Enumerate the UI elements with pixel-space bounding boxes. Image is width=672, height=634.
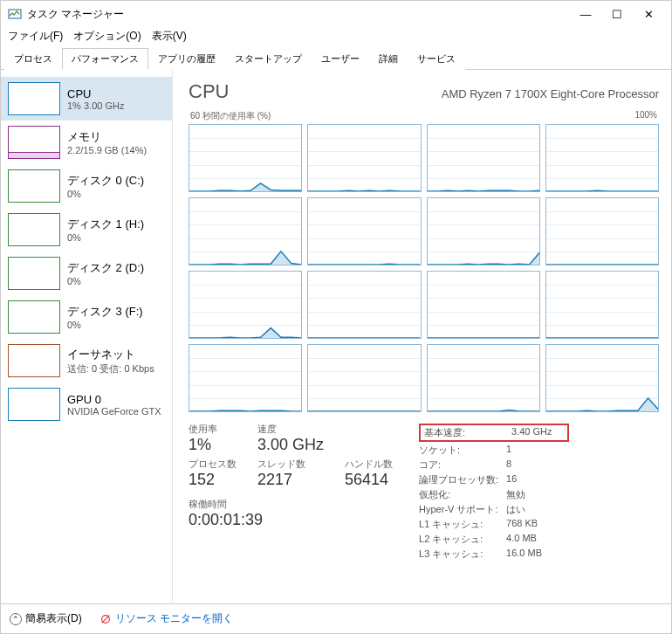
sidebar-item-name: GPU 0 xyxy=(67,393,161,406)
stat-key: 論理プロセッサ数: xyxy=(419,473,506,486)
main-panel: CPU AMD Ryzen 7 1700X Eight-Core Process… xyxy=(173,70,671,603)
menu-options[interactable]: オプション(O) xyxy=(73,29,141,44)
right-stats: 基本速度:3.40 GHzソケット:1コア:8論理プロセッサ数:16仮想化:無効… xyxy=(419,423,569,562)
thumb-disk xyxy=(8,300,60,334)
sidebar-item-eth-6[interactable]: イーサネット送信: 0 受信: 0 Kbps xyxy=(1,339,172,382)
cpu-cell-4 xyxy=(189,197,302,265)
app-icon xyxy=(8,7,22,21)
thumb-disk xyxy=(8,169,60,203)
stat-key: 仮想化: xyxy=(419,488,506,501)
stat-row-2: コア:8 xyxy=(419,458,569,472)
speed-label: 速度 xyxy=(257,423,324,436)
tab-4[interactable]: ユーザー xyxy=(312,48,369,70)
maximize-button[interactable]: ☐ xyxy=(601,3,633,25)
stat-row-1: ソケット:1 xyxy=(419,443,569,458)
titlebar: タスク マネージャー — ☐ ✕ xyxy=(1,1,671,27)
resource-monitor-label: リソース モニターを開く xyxy=(115,611,233,626)
menubar: ファイル(F) オプション(O) 表示(V) xyxy=(1,27,671,47)
cpu-cell-3 xyxy=(545,124,659,192)
stat-key: ソケット: xyxy=(419,444,506,457)
tab-6[interactable]: サービス xyxy=(408,48,465,70)
stat-value: 16.0 MB xyxy=(506,548,559,561)
main-title: CPU xyxy=(189,80,229,103)
sidebar-item-name: ディスク 0 (C:) xyxy=(67,173,144,189)
stat-value: 768 KB xyxy=(506,518,559,531)
stat-key: L2 キャッシュ: xyxy=(419,533,506,546)
tab-3[interactable]: スタートアップ xyxy=(225,48,312,70)
thumb-gpu xyxy=(8,388,60,421)
svg-marker-5 xyxy=(189,252,301,265)
sidebar-item-sub: 0% xyxy=(67,320,143,330)
cpu-cell-14 xyxy=(427,344,540,412)
chevron-up-icon: ⌃ xyxy=(10,613,22,625)
stat-value: 1 xyxy=(506,444,559,457)
highlight-box: 基本速度:3.40 GHz xyxy=(419,424,569,442)
fewer-details-label: 簡易表示(D) xyxy=(25,611,82,626)
sidebar-item-name: ディスク 3 (F:) xyxy=(67,304,143,320)
content: CPU1% 3.00 GHzメモリ2.2/15.9 GB (14%)ディスク 0… xyxy=(1,70,671,603)
stat-value: 無効 xyxy=(506,488,559,501)
sidebar-item-sub: 2.2/15.9 GB (14%) xyxy=(67,145,147,155)
uptime-block: 稼働時間 0:00:01:39 xyxy=(189,498,393,529)
footer: ⌃ 簡易表示(D) リソース モニターを開く xyxy=(1,603,671,633)
sidebar: CPU1% 3.00 GHzメモリ2.2/15.9 GB (14%)ディスク 0… xyxy=(1,70,173,603)
speed-value: 3.00 GHz xyxy=(257,436,324,454)
sidebar-item-mem-1[interactable]: メモリ2.2/15.9 GB (14%) xyxy=(1,121,172,164)
cpu-cell-8 xyxy=(189,271,302,339)
stats-area: 使用率1% 速度3.00 GHz プロセス数152 スレッド数2217 ハンドル… xyxy=(189,423,659,562)
thumb-mem xyxy=(8,126,60,159)
cpu-cell-10 xyxy=(427,271,540,339)
stat-value: 16 xyxy=(506,473,559,486)
sidebar-item-name: ディスク 1 (H:) xyxy=(67,217,144,232)
tab-1[interactable]: パフォーマンス xyxy=(62,48,148,70)
tab-5[interactable]: 詳細 xyxy=(369,48,408,70)
uptime-label: 稼働時間 xyxy=(189,498,393,511)
left-stats-block: 使用率1% 速度3.00 GHz プロセス数152 スレッド数2217 ハンドル… xyxy=(189,423,393,562)
sidebar-item-gpu-7[interactable]: GPU 0NVIDIA GeForce GTX xyxy=(1,382,172,426)
sidebar-item-disk-3[interactable]: ディスク 1 (H:)0% xyxy=(1,208,172,252)
window-controls: — ☐ ✕ xyxy=(570,3,664,25)
tab-2[interactable]: アプリの履歴 xyxy=(148,48,225,70)
menu-file[interactable]: ファイル(F) xyxy=(8,29,63,44)
procs-value: 152 xyxy=(189,471,237,489)
tab-0[interactable]: プロセス xyxy=(4,48,62,70)
resource-monitor-icon xyxy=(99,613,112,625)
handles-label: ハンドル数 xyxy=(345,458,393,471)
sidebar-item-sub: 0% xyxy=(67,232,144,243)
tabbar: プロセスパフォーマンスアプリの履歴スタートアップユーザー詳細サービス xyxy=(1,47,671,70)
minimize-button[interactable]: — xyxy=(570,3,601,25)
left-stats: 使用率1% 速度3.00 GHz プロセス数152 スレッド数2217 ハンドル… xyxy=(189,423,393,489)
sidebar-item-name: ディスク 2 (D:) xyxy=(67,260,144,276)
sidebar-item-disk-4[interactable]: ディスク 2 (D:)0% xyxy=(1,252,172,295)
stat-row-6: L1 キャッシュ:768 KB xyxy=(419,517,569,532)
stat-key: コア: xyxy=(419,458,506,472)
fewer-details-button[interactable]: ⌃ 簡易表示(D) xyxy=(10,611,82,626)
resource-monitor-link[interactable]: リソース モニターを開く xyxy=(99,611,233,626)
thumb-disk xyxy=(8,213,60,246)
cpu-cell-2 xyxy=(427,124,540,192)
sidebar-item-disk-5[interactable]: ディスク 3 (F:)0% xyxy=(1,295,172,339)
cpu-cell-13 xyxy=(307,344,421,412)
cpu-grid[interactable] xyxy=(189,124,659,412)
chart-axis-labels: 60 秒間の使用率 (%) 100% xyxy=(189,110,659,124)
stat-row-4: 仮想化:無効 xyxy=(419,487,569,502)
sidebar-item-sub: 1% 3.00 GHz xyxy=(67,100,124,111)
stat-row-7: L2 キャッシュ:4.0 MB xyxy=(419,532,569,547)
sidebar-item-cpu-0[interactable]: CPU1% 3.00 GHz xyxy=(1,77,172,121)
thumb-disk xyxy=(8,257,60,290)
thumb-cpu xyxy=(8,82,60,115)
sidebar-item-sub: NVIDIA GeForce GTX xyxy=(67,406,161,417)
cpu-cell-1 xyxy=(307,124,421,192)
stat-key: L1 キャッシュ: xyxy=(419,518,506,531)
close-button[interactable]: ✕ xyxy=(633,3,664,25)
sidebar-item-name: メモリ xyxy=(67,129,147,145)
cpu-cell-9 xyxy=(307,271,421,339)
sidebar-item-disk-2[interactable]: ディスク 0 (C:)0% xyxy=(1,164,172,208)
cpu-cell-6 xyxy=(427,197,540,265)
menu-view[interactable]: 表示(V) xyxy=(152,29,187,44)
threads-label: スレッド数 xyxy=(257,458,324,471)
svg-marker-7 xyxy=(428,252,539,265)
stat-row-0: 基本速度:3.40 GHz xyxy=(419,423,569,443)
uptime-value: 0:00:01:39 xyxy=(189,511,393,529)
stat-row-3: 論理プロセッサ数:16 xyxy=(419,472,569,487)
